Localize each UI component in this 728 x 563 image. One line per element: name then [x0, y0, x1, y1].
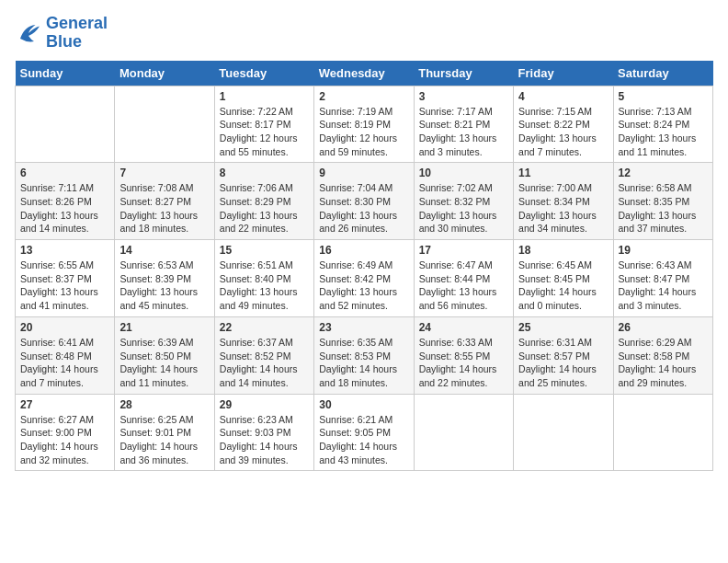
calendar-week-row: 20Sunrise: 6:41 AM Sunset: 8:48 PM Dayli…: [16, 316, 713, 394]
calendar-table: SundayMondayTuesdayWednesdayThursdayFrid…: [15, 61, 713, 472]
calendar-cell: 16Sunrise: 6:49 AM Sunset: 8:42 PM Dayli…: [314, 240, 414, 317]
calendar-header-row: SundayMondayTuesdayWednesdayThursdayFrid…: [16, 61, 713, 86]
day-number: 23: [319, 321, 408, 334]
calendar-cell: 12Sunrise: 6:58 AM Sunset: 8:35 PM Dayli…: [613, 163, 712, 240]
calendar-cell: 11Sunrise: 7:00 AM Sunset: 8:34 PM Dayli…: [514, 163, 613, 240]
day-number: 11: [518, 167, 608, 179]
calendar-cell: 26Sunrise: 6:29 AM Sunset: 8:58 PM Dayli…: [613, 316, 712, 394]
calendar-cell: 14Sunrise: 6:53 AM Sunset: 8:39 PM Dayli…: [115, 240, 214, 317]
calendar-week-row: 1Sunrise: 7:22 AM Sunset: 8:17 PM Daylig…: [16, 86, 713, 163]
day-number: 21: [119, 321, 209, 334]
day-number: 3: [419, 90, 508, 103]
day-number: 2: [319, 90, 408, 103]
day-number: 6: [20, 167, 109, 179]
calendar-week-row: 13Sunrise: 6:55 AM Sunset: 8:37 PM Dayli…: [16, 240, 713, 317]
calendar-cell: 4Sunrise: 7:15 AM Sunset: 8:22 PM Daylig…: [514, 86, 613, 163]
calendar-week-row: 27Sunrise: 6:27 AM Sunset: 9:00 PM Dayli…: [16, 394, 713, 471]
calendar-cell: 9Sunrise: 7:04 AM Sunset: 8:30 PM Daylig…: [314, 163, 414, 240]
day-info: Sunrise: 7:06 AM Sunset: 8:29 PM Dayligh…: [220, 181, 309, 236]
day-info: Sunrise: 6:43 AM Sunset: 8:47 PM Dayligh…: [619, 259, 708, 313]
logo-icon: [15, 19, 42, 47]
calendar-cell: 6Sunrise: 7:11 AM Sunset: 8:26 PM Daylig…: [16, 163, 115, 240]
calendar-cell: 7Sunrise: 7:08 AM Sunset: 8:27 PM Daylig…: [115, 163, 214, 240]
calendar-cell: 27Sunrise: 6:27 AM Sunset: 9:00 PM Dayli…: [16, 394, 115, 471]
calendar-cell: 15Sunrise: 6:51 AM Sunset: 8:40 PM Dayli…: [214, 240, 313, 317]
day-info: Sunrise: 6:37 AM Sunset: 8:52 PM Dayligh…: [220, 336, 309, 390]
day-header-wednesday: Wednesday: [314, 61, 414, 86]
day-number: 9: [319, 167, 408, 179]
day-number: 4: [518, 90, 608, 103]
calendar-cell: 29Sunrise: 6:23 AM Sunset: 9:03 PM Dayli…: [214, 394, 313, 471]
logo-text-blue: Blue: [46, 33, 108, 52]
day-info: Sunrise: 6:25 AM Sunset: 9:01 PM Dayligh…: [119, 413, 209, 467]
day-header-friday: Friday: [514, 61, 613, 86]
day-info: Sunrise: 7:19 AM Sunset: 8:19 PM Dayligh…: [319, 105, 408, 159]
day-info: Sunrise: 6:58 AM Sunset: 8:35 PM Dayligh…: [619, 181, 708, 236]
logo-text: General: [46, 15, 108, 33]
calendar-cell: 19Sunrise: 6:43 AM Sunset: 8:47 PM Dayli…: [613, 240, 712, 317]
calendar-cell: 18Sunrise: 6:45 AM Sunset: 8:45 PM Dayli…: [514, 240, 613, 317]
day-info: Sunrise: 6:35 AM Sunset: 8:53 PM Dayligh…: [319, 336, 408, 390]
day-number: 15: [220, 244, 309, 257]
day-info: Sunrise: 6:39 AM Sunset: 8:50 PM Dayligh…: [119, 336, 209, 390]
day-info: Sunrise: 6:53 AM Sunset: 8:39 PM Dayligh…: [119, 259, 209, 313]
day-info: Sunrise: 7:15 AM Sunset: 8:22 PM Dayligh…: [518, 105, 608, 159]
day-number: 8: [220, 167, 309, 179]
day-number: 25: [518, 321, 608, 334]
day-header-monday: Monday: [115, 61, 214, 86]
day-info: Sunrise: 6:33 AM Sunset: 8:55 PM Dayligh…: [419, 336, 508, 390]
calendar-cell: 8Sunrise: 7:06 AM Sunset: 8:29 PM Daylig…: [214, 163, 313, 240]
day-info: Sunrise: 6:29 AM Sunset: 8:58 PM Dayligh…: [619, 336, 708, 390]
calendar-cell: 5Sunrise: 7:13 AM Sunset: 8:24 PM Daylig…: [613, 86, 712, 163]
calendar-cell: 1Sunrise: 7:22 AM Sunset: 8:17 PM Daylig…: [214, 86, 313, 163]
day-header-sunday: Sunday: [16, 61, 115, 86]
day-info: Sunrise: 6:23 AM Sunset: 9:03 PM Dayligh…: [220, 413, 309, 467]
day-info: Sunrise: 6:51 AM Sunset: 8:40 PM Dayligh…: [220, 259, 309, 313]
logo: General Blue: [15, 15, 108, 52]
day-number: 12: [619, 167, 708, 179]
day-number: 18: [518, 244, 608, 257]
day-number: 19: [619, 244, 708, 257]
day-number: 13: [20, 244, 109, 257]
calendar-cell: 22Sunrise: 6:37 AM Sunset: 8:52 PM Dayli…: [214, 316, 313, 394]
day-header-thursday: Thursday: [414, 61, 513, 86]
calendar-cell: 21Sunrise: 6:39 AM Sunset: 8:50 PM Dayli…: [115, 316, 214, 394]
calendar-cell: 30Sunrise: 6:21 AM Sunset: 9:05 PM Dayli…: [314, 394, 414, 471]
day-number: 10: [419, 167, 508, 179]
day-info: Sunrise: 7:17 AM Sunset: 8:21 PM Dayligh…: [419, 105, 508, 159]
day-number: 22: [220, 321, 309, 334]
page-header: General Blue: [15, 15, 713, 52]
day-info: Sunrise: 6:41 AM Sunset: 8:48 PM Dayligh…: [20, 336, 109, 390]
day-info: Sunrise: 7:13 AM Sunset: 8:24 PM Dayligh…: [619, 105, 708, 159]
day-header-saturday: Saturday: [613, 61, 712, 86]
day-number: 17: [419, 244, 508, 257]
calendar-cell: 20Sunrise: 6:41 AM Sunset: 8:48 PM Dayli…: [16, 316, 115, 394]
day-number: 20: [20, 321, 109, 334]
day-info: Sunrise: 6:27 AM Sunset: 9:00 PM Dayligh…: [20, 413, 109, 467]
day-number: 14: [119, 244, 209, 257]
day-number: 24: [419, 321, 508, 334]
day-number: 28: [119, 398, 209, 411]
day-number: 7: [119, 167, 209, 179]
calendar-cell: [414, 394, 513, 471]
day-info: Sunrise: 6:45 AM Sunset: 8:45 PM Dayligh…: [518, 259, 608, 313]
calendar-cell: 25Sunrise: 6:31 AM Sunset: 8:57 PM Dayli…: [514, 316, 613, 394]
calendar-cell: 23Sunrise: 6:35 AM Sunset: 8:53 PM Dayli…: [314, 316, 414, 394]
calendar-cell: 28Sunrise: 6:25 AM Sunset: 9:01 PM Dayli…: [115, 394, 214, 471]
calendar-cell: 17Sunrise: 6:47 AM Sunset: 8:44 PM Dayli…: [414, 240, 513, 317]
day-number: 26: [619, 321, 708, 334]
day-info: Sunrise: 7:08 AM Sunset: 8:27 PM Dayligh…: [119, 181, 209, 236]
day-info: Sunrise: 7:22 AM Sunset: 8:17 PM Dayligh…: [220, 105, 309, 159]
day-number: 29: [220, 398, 309, 411]
day-info: Sunrise: 7:00 AM Sunset: 8:34 PM Dayligh…: [518, 181, 608, 236]
day-info: Sunrise: 6:49 AM Sunset: 8:42 PM Dayligh…: [319, 259, 408, 313]
calendar-week-row: 6Sunrise: 7:11 AM Sunset: 8:26 PM Daylig…: [16, 163, 713, 240]
calendar-cell: [613, 394, 712, 471]
day-number: 30: [319, 398, 408, 411]
day-info: Sunrise: 7:02 AM Sunset: 8:32 PM Dayligh…: [419, 181, 508, 236]
calendar-cell: [16, 86, 115, 163]
day-info: Sunrise: 7:11 AM Sunset: 8:26 PM Dayligh…: [20, 181, 109, 236]
day-info: Sunrise: 6:31 AM Sunset: 8:57 PM Dayligh…: [518, 336, 608, 390]
day-number: 16: [319, 244, 408, 257]
calendar-cell: 24Sunrise: 6:33 AM Sunset: 8:55 PM Dayli…: [414, 316, 513, 394]
